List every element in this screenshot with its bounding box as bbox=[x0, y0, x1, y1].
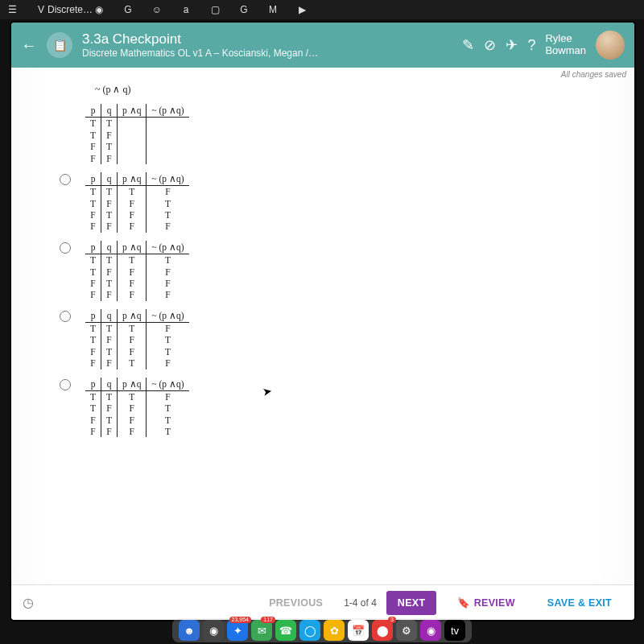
menubar-item-5[interactable]: ☺ bbox=[150, 2, 164, 17]
table-row: FFFF bbox=[85, 289, 189, 300]
menubar-item-8[interactable]: G bbox=[237, 2, 251, 17]
table-cell: T bbox=[101, 254, 118, 266]
truth-table-0: pqp ∧q~ (p ∧q)TTTFFTFF bbox=[85, 104, 189, 164]
previous-button[interactable]: PREVIOUS bbox=[258, 591, 334, 615]
answer-option-1[interactable]: pqp ∧q~ (p ∧q)TTTFTFFTFTFTFFFF bbox=[92, 172, 586, 233]
table-row: FF bbox=[85, 153, 189, 164]
review-button[interactable]: 🔖 REVIEW bbox=[446, 590, 526, 615]
table-cell: F bbox=[85, 415, 101, 426]
answer-option-3[interactable]: pqp ∧q~ (p ∧q)TTTFTFFTFTFTFFTF bbox=[92, 309, 586, 369]
table-cell: F bbox=[101, 130, 118, 141]
table-header: p bbox=[85, 309, 101, 323]
table-cell bbox=[147, 141, 189, 152]
table-cell: F bbox=[118, 402, 147, 414]
menubar-item-4[interactable]: G bbox=[121, 2, 135, 17]
table-row: FTFT bbox=[85, 415, 189, 426]
dock-app-9[interactable]: ⚙ bbox=[396, 620, 417, 641]
answer-option-0[interactable]: pqp ∧q~ (p ∧q)TTTFFTFF bbox=[92, 104, 586, 164]
dock-app-2[interactable]: ✦23,954 bbox=[227, 620, 248, 641]
table-row: FTFT bbox=[85, 209, 189, 221]
table-cell: T bbox=[147, 402, 189, 414]
table-header: q bbox=[101, 378, 118, 391]
back-arrow-icon[interactable]: ← bbox=[21, 36, 37, 55]
table-cell: F bbox=[118, 334, 147, 345]
menubar-item-10[interactable]: ▶ bbox=[295, 2, 309, 17]
table-cell: F bbox=[85, 278, 101, 289]
menubar-item-3[interactable]: ◉ bbox=[92, 2, 106, 17]
table-row: FFFT bbox=[85, 426, 189, 437]
dock-app-3[interactable]: ✉117 bbox=[251, 620, 272, 641]
table-header: q bbox=[101, 172, 118, 186]
truth-table-3: pqp ∧q~ (p ∧q)TTTFTFFTFTFTFFTF bbox=[85, 309, 189, 369]
answer-option-4[interactable]: pqp ∧q~ (p ∧q)TTTFTFFTFTFTFFFT bbox=[92, 378, 586, 438]
table-cell: F bbox=[101, 402, 118, 414]
dock-app-10[interactable]: ◉ bbox=[420, 620, 441, 641]
table-cell: T bbox=[147, 346, 189, 357]
table-cell bbox=[147, 118, 189, 130]
radio-option-3[interactable] bbox=[60, 311, 71, 322]
table-cell: F bbox=[118, 266, 147, 278]
table-header: p ∧q bbox=[118, 172, 147, 186]
table-header: q bbox=[101, 104, 118, 118]
table-cell: T bbox=[147, 426, 189, 437]
clock-icon[interactable]: ◷ bbox=[23, 595, 34, 610]
edit-icon[interactable]: ✎ bbox=[462, 36, 474, 54]
dock-app-11[interactable]: tv bbox=[444, 620, 465, 641]
table-cell: T bbox=[85, 186, 101, 198]
dock-app-8[interactable]: ⬤3 bbox=[372, 620, 393, 641]
menubar-item-7[interactable]: ▢ bbox=[208, 2, 222, 17]
table-cell: F bbox=[101, 221, 118, 232]
table-header: p ∧q bbox=[118, 309, 147, 323]
dock-app-4[interactable]: ☎ bbox=[275, 620, 296, 641]
menubar-item-0[interactable]: ☰ bbox=[5, 2, 19, 17]
table-header: p ∧q bbox=[118, 104, 147, 118]
table-cell: F bbox=[85, 221, 101, 232]
table-header: ~ (p ∧q) bbox=[147, 172, 189, 186]
dock-app-0[interactable]: ☻ bbox=[179, 620, 200, 641]
table-row: TTTF bbox=[85, 186, 189, 198]
dock-badge: 3 bbox=[388, 617, 396, 623]
table-header: ~ (p ∧q) bbox=[147, 104, 189, 118]
dock-app-5[interactable]: ◯ bbox=[299, 620, 320, 641]
answer-option-2[interactable]: pqp ∧q~ (p ∧q)TTTTTFFFFTFFFFFF bbox=[92, 241, 586, 301]
table-cell: T bbox=[147, 334, 189, 345]
footer-bar: ◷ PREVIOUS 1-4 of 4 NEXT 🔖 REVIEW SAVE &… bbox=[11, 584, 634, 620]
radio-option-2[interactable] bbox=[60, 242, 71, 254]
radio-option-1[interactable] bbox=[60, 174, 71, 185]
table-header: p bbox=[85, 104, 101, 118]
table-cell: T bbox=[85, 390, 101, 402]
table-cell: T bbox=[101, 141, 118, 152]
block-icon[interactable]: ⊘ bbox=[484, 36, 496, 54]
menubar-item-6[interactable]: a bbox=[179, 2, 193, 17]
save-exit-button[interactable]: SAVE & EXIT bbox=[536, 591, 623, 615]
table-cell: T bbox=[101, 390, 118, 402]
table-cell: F bbox=[101, 266, 118, 278]
next-button[interactable]: NEXT bbox=[386, 591, 437, 615]
page-indicator: 1-4 of 4 bbox=[344, 597, 377, 609]
dock-app-6[interactable]: ✿ bbox=[324, 620, 345, 641]
menubar-item-9[interactable]: M bbox=[266, 2, 280, 17]
table-cell: T bbox=[101, 346, 118, 357]
table-cell: T bbox=[118, 254, 147, 266]
radio-option-4[interactable] bbox=[60, 379, 71, 390]
table-cell: F bbox=[85, 209, 101, 221]
table-cell: F bbox=[85, 141, 101, 152]
table-cell: F bbox=[85, 153, 101, 164]
menubar-item-1[interactable]: V bbox=[34, 2, 48, 17]
table-cell: T bbox=[101, 323, 118, 335]
save-status: All changes saved bbox=[11, 68, 634, 79]
dock-app-7[interactable]: 📅 bbox=[348, 620, 369, 641]
table-cell: F bbox=[85, 426, 101, 437]
help-icon[interactable]: ? bbox=[527, 37, 535, 54]
table-cell: T bbox=[101, 186, 118, 198]
page-title: 3.3a Checkpoint bbox=[82, 31, 452, 47]
send-icon[interactable]: ✈ bbox=[506, 36, 518, 54]
table-cell: F bbox=[118, 209, 147, 221]
avatar[interactable] bbox=[596, 31, 625, 60]
table-header: ~ (p ∧q) bbox=[147, 309, 189, 323]
table-cell: F bbox=[147, 289, 189, 300]
dock-app-1[interactable]: ◉ bbox=[203, 620, 224, 641]
menubar-item-2[interactable]: Discrete… bbox=[63, 2, 77, 17]
table-cell: T bbox=[118, 390, 147, 402]
table-row: TFFF bbox=[85, 266, 189, 278]
